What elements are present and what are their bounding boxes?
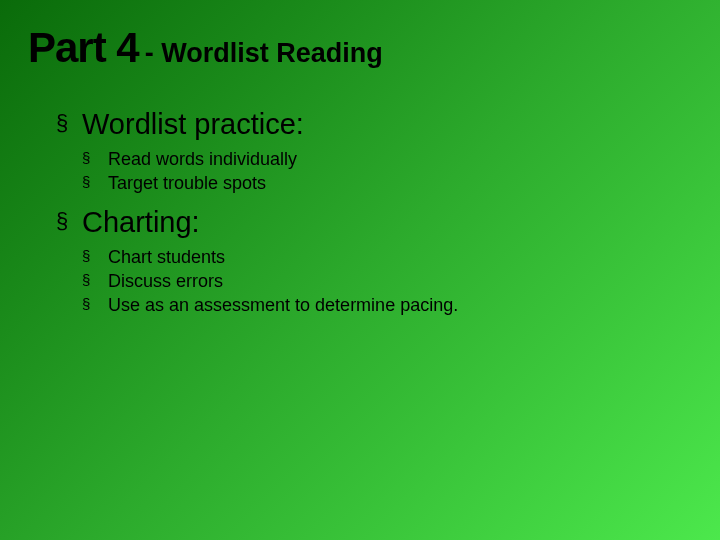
- list-item: Use as an assessment to determine pacing…: [82, 293, 692, 317]
- slide-content: Wordlist practice: Read words individual…: [28, 108, 692, 317]
- section-heading: Charting:: [56, 206, 692, 239]
- list-item: Discuss errors: [82, 269, 692, 293]
- section-heading: Wordlist practice:: [56, 108, 692, 141]
- list-item: Target trouble spots: [82, 171, 692, 195]
- bullet-level1: Wordlist practice:: [56, 108, 692, 141]
- section-heading-text: Wordlist practice:: [82, 108, 304, 140]
- bullet-level2: Read words individually Target trouble s…: [82, 147, 692, 196]
- bullet-level2: Chart students Discuss errors Use as an …: [82, 245, 692, 318]
- title-sub: - Wordlist Reading: [145, 38, 383, 68]
- list-item: Read words individually: [82, 147, 692, 171]
- list-item: Chart students: [82, 245, 692, 269]
- bullet-level1: Charting:: [56, 206, 692, 239]
- slide: Part 4- Wordlist Reading Wordlist practi…: [0, 0, 720, 540]
- title-main: Part 4: [28, 24, 139, 71]
- section-heading-text: Charting:: [82, 206, 200, 238]
- slide-title: Part 4- Wordlist Reading: [28, 24, 692, 72]
